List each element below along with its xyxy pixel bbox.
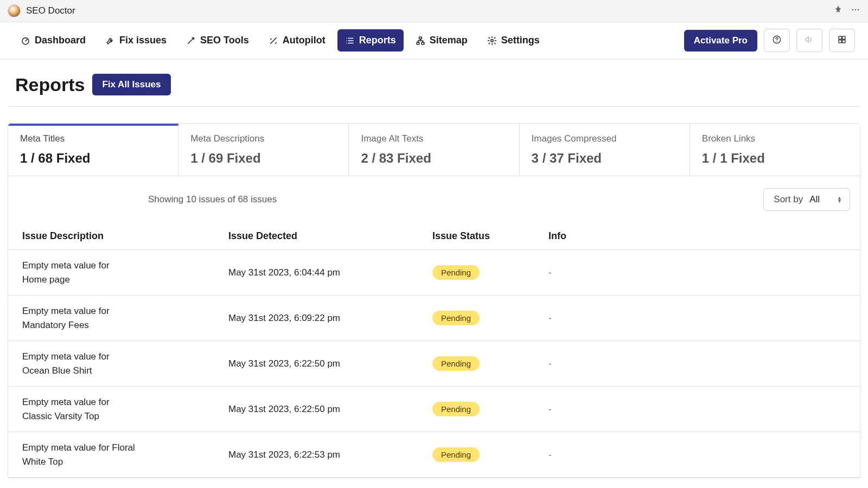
status-badge: Pending: [432, 447, 480, 462]
col-info: Info: [548, 230, 846, 242]
nav-label: Autopilot: [283, 35, 326, 46]
sort-select[interactable]: Sort by All ▲▼: [763, 188, 850, 211]
magic-icon: [186, 36, 196, 46]
chevron-updown-icon: ▲▼: [837, 196, 842, 203]
help-icon: [772, 35, 782, 46]
nav-settings[interactable]: Settings: [480, 29, 547, 52]
cell-info: -: [548, 267, 846, 278]
table-header: Issue Description Issue Detected Issue S…: [8, 223, 860, 250]
svg-rect-11: [839, 40, 841, 43]
tab-stat: 1 / 1 Fixed: [702, 151, 848, 166]
sort-value: All: [809, 194, 820, 205]
cell-detected: May 31st 2023, 6:09:22 pm: [228, 313, 429, 324]
tab-images-compressed[interactable]: Images Compressed 3 / 37 Fixed: [520, 124, 690, 176]
table-row: Empty meta value for Ocean Blue Shirt Ma…: [8, 341, 860, 387]
svg-rect-12: [843, 40, 845, 43]
help-button[interactable]: [764, 29, 790, 52]
cell-info: -: [548, 404, 846, 415]
tab-label: Images Compressed: [532, 133, 678, 144]
tab-broken-links[interactable]: Broken Links 1 / 1 Fixed: [690, 124, 860, 176]
col-status: Issue Status: [429, 230, 548, 242]
apps-button[interactable]: [829, 29, 855, 52]
tab-label: Image Alt Texts: [361, 133, 507, 144]
tab-label: Broken Links: [702, 133, 848, 144]
cell-detected: May 31st 2023, 6:22:50 pm: [228, 358, 429, 369]
cell-description: Empty meta value for Classic Varsity Top: [22, 395, 136, 423]
wrench-icon: [105, 36, 115, 46]
pin-icon[interactable]: [833, 5, 843, 17]
nav-fix-issues[interactable]: Fix issues: [98, 29, 174, 52]
magic-icon: [269, 36, 278, 46]
page-header: Reports Fix All Issues: [8, 60, 860, 107]
nav-autopilot[interactable]: Autopilot: [261, 29, 333, 52]
report-tabs: Meta Titles 1 / 68 Fixed Meta Descriptio…: [8, 123, 860, 176]
announce-button[interactable]: [796, 29, 822, 52]
nav-label: SEO Tools: [200, 35, 249, 46]
nav-reports[interactable]: Reports: [337, 29, 404, 52]
cell-description: Empty meta value for Home page: [22, 259, 136, 286]
sort-label: Sort by: [774, 194, 803, 205]
fix-all-button[interactable]: Fix All Issues: [92, 74, 170, 95]
col-detected: Issue Detected: [228, 230, 429, 242]
svg-rect-10: [843, 36, 845, 39]
gear-icon: [487, 36, 497, 46]
status-badge: Pending: [432, 402, 480, 416]
cell-info: -: [548, 450, 846, 460]
tab-stat: 2 / 83 Fixed: [361, 151, 507, 166]
nav-dashboard[interactable]: Dashboard: [13, 29, 93, 52]
tab-stat: 3 / 37 Fixed: [532, 151, 678, 166]
cell-info: -: [548, 358, 846, 369]
title-bar: SEO Doctor: [0, 0, 868, 22]
app-title: SEO Doctor: [26, 5, 75, 16]
tab-stat: 1 / 69 Fixed: [190, 151, 336, 166]
svg-point-7: [491, 39, 494, 42]
tab-label: Meta Descriptions: [190, 133, 336, 144]
cell-info: -: [548, 313, 846, 324]
tab-meta-descriptions[interactable]: Meta Descriptions 1 / 69 Fixed: [178, 124, 349, 176]
svg-point-2: [858, 9, 859, 11]
nav-label: Dashboard: [35, 35, 86, 46]
tab-meta-titles[interactable]: Meta Titles 1 / 68 Fixed: [8, 124, 178, 176]
list-icon: [345, 36, 355, 46]
showing-count: Showing 10 issues of 68 issues: [148, 194, 277, 205]
gauge-icon: [21, 36, 30, 46]
cell-description: Empty meta value for Ocean Blue Shirt: [22, 350, 136, 377]
nav-label: Fix issues: [119, 35, 167, 46]
app-logo: [8, 4, 21, 17]
activate-pro-button[interactable]: Activate Pro: [684, 30, 757, 52]
tab-image-alt[interactable]: Image Alt Texts 2 / 83 Fixed: [349, 124, 519, 176]
table-row: Empty meta value for Home page May 31st …: [8, 250, 860, 296]
nav-label: Reports: [359, 35, 396, 46]
nav-seo-tools[interactable]: SEO Tools: [178, 29, 257, 52]
status-badge: Pending: [432, 311, 480, 325]
cell-description: Empty meta value for Mandatory Fees: [22, 304, 136, 332]
table-row: Empty meta value for Floral White Top Ma…: [8, 432, 860, 478]
sitemap-icon: [416, 36, 425, 46]
cell-detected: May 31st 2023, 6:22:53 pm: [228, 450, 429, 460]
cell-detected: May 31st 2023, 6:04:44 pm: [228, 267, 429, 278]
table-row: Empty meta value for Classic Varsity Top…: [8, 387, 860, 432]
issues-table: Issue Description Issue Detected Issue S…: [8, 223, 860, 478]
main-nav: Dashboard Fix issues SEO Tools Autopilot…: [0, 22, 868, 60]
status-badge: Pending: [432, 265, 480, 280]
megaphone-icon: [805, 35, 814, 46]
svg-rect-9: [839, 36, 841, 39]
cell-detected: May 31st 2023, 6:22:50 pm: [228, 404, 429, 415]
tab-stat: 1 / 68 Fixed: [20, 151, 166, 166]
more-icon[interactable]: [851, 5, 860, 17]
cell-description: Empty meta value for Floral White Top: [22, 441, 136, 468]
svg-point-0: [852, 9, 853, 11]
page-title: Reports: [15, 74, 85, 95]
grid-icon: [837, 35, 847, 46]
nav-label: Settings: [501, 35, 540, 46]
svg-point-1: [855, 9, 857, 11]
nav-label: Sitemap: [430, 35, 468, 46]
status-badge: Pending: [432, 356, 480, 371]
tab-label: Meta Titles: [20, 133, 166, 144]
table-toolbar: Showing 10 issues of 68 issues Sort by A…: [8, 176, 860, 223]
col-description: Issue Description: [22, 230, 228, 242]
table-row: Empty meta value for Mandatory Fees May …: [8, 296, 860, 341]
nav-sitemap[interactable]: Sitemap: [408, 29, 475, 52]
